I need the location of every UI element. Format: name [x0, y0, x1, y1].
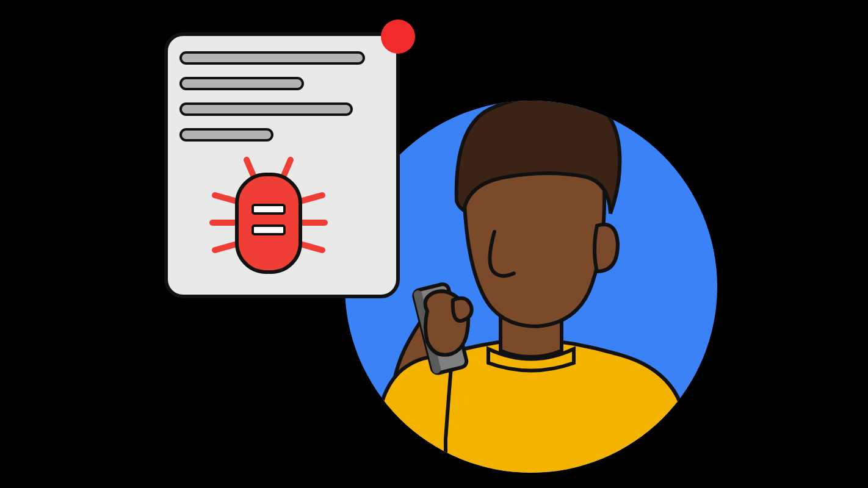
- notification-card: [166, 20, 415, 296]
- svg-rect-13: [237, 174, 300, 272]
- illustration-stage: [0, 0, 868, 488]
- svg-rect-15: [253, 226, 284, 234]
- text-line: [181, 104, 352, 115]
- illustration-svg: [0, 0, 868, 488]
- svg-rect-14: [253, 205, 284, 214]
- text-line: [181, 129, 272, 140]
- ear: [595, 224, 618, 271]
- notification-dot-icon: [381, 20, 415, 54]
- text-line: [181, 78, 303, 89]
- text-line: [181, 52, 364, 63]
- thumb: [453, 298, 472, 321]
